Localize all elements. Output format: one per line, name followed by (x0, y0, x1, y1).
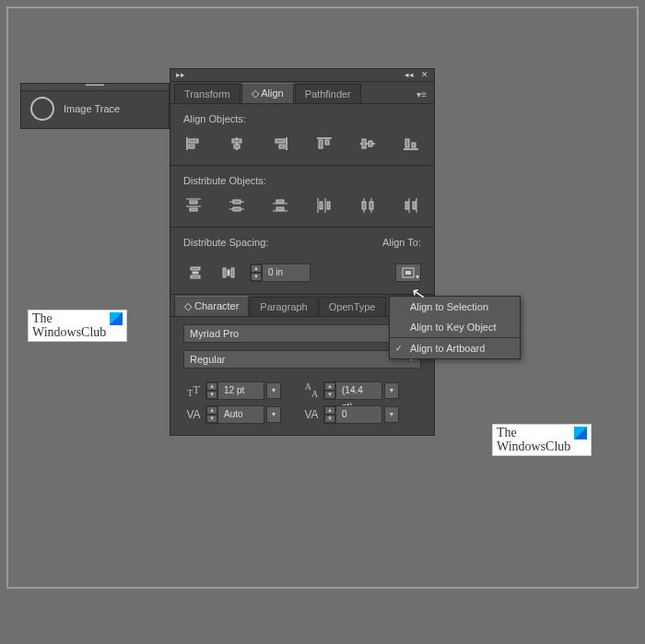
svg-rect-19 (190, 201, 197, 204)
align-bottom-icon[interactable] (402, 134, 421, 154)
align-character-panel: ▸▸ ◂◂ ✕ Transform ◇ Align Pathfinder ▾≡ … (170, 68, 435, 436)
watermark: The WindowsClub (28, 310, 127, 342)
distribute-objects-section: Distribute Objects: (170, 166, 434, 227)
svg-rect-44 (191, 275, 200, 278)
hdist-right-icon[interactable] (402, 195, 421, 216)
tab-opentype[interactable]: OpenType (319, 297, 386, 316)
spacing-value[interactable]: 0 in (262, 264, 310, 281)
align-tabs: Transform ◇ Align Pathfinder ▾≡ (170, 82, 434, 104)
leading-value[interactable]: (14.4 pt) (335, 382, 381, 399)
menu-align-artboard[interactable]: ✓ Align to Artboard (390, 338, 520, 358)
kerning-input[interactable]: ▲▼ Auto (205, 405, 264, 424)
leading-dropdown[interactable]: ▼ (384, 382, 399, 399)
svg-rect-13 (362, 139, 366, 148)
font-size-value[interactable]: 12 pt (217, 382, 264, 399)
font-size-input[interactable]: ▲▼ 12 pt (205, 381, 264, 400)
vdist-bottom-icon[interactable] (271, 195, 290, 216)
svg-rect-25 (233, 207, 240, 211)
artboard-icon (402, 267, 415, 278)
svg-rect-47 (231, 268, 234, 277)
svg-rect-2 (189, 145, 194, 148)
tab-transform[interactable]: Transform (174, 84, 240, 103)
spacing-input[interactable]: ▲▼ 0 in (250, 263, 311, 282)
svg-rect-23 (233, 200, 240, 204)
close-icon[interactable]: ✕ (421, 70, 428, 79)
leading-input[interactable]: ▲▼ (14.4 pt) (323, 381, 382, 400)
align-vcenter-icon[interactable] (358, 134, 377, 154)
tracking-value[interactable]: 0 (335, 406, 381, 423)
collapse-icon[interactable]: ◂◂ (405, 70, 414, 79)
svg-rect-1 (189, 139, 198, 143)
align-right-icon[interactable] (271, 134, 290, 154)
font-family-select[interactable]: Myriad Pro ▼ (183, 324, 421, 343)
svg-rect-31 (320, 202, 322, 209)
kerning-value[interactable]: Auto (217, 406, 264, 423)
svg-rect-7 (276, 139, 285, 143)
svg-rect-46 (228, 270, 229, 275)
watermark-logo-icon (110, 312, 123, 325)
image-trace-panel: ╍╍╍╍ Image Trace (20, 83, 170, 129)
vdist-center-icon[interactable] (227, 195, 246, 216)
vdist-top-icon[interactable] (183, 195, 203, 216)
align-to-button[interactable] (395, 263, 421, 282)
svg-rect-4 (232, 139, 241, 143)
svg-rect-42 (191, 267, 200, 270)
font-style-value: Regular (190, 351, 226, 368)
align-left-icon[interactable] (183, 134, 203, 154)
svg-rect-39 (405, 202, 408, 209)
panel-grip[interactable]: ╍╍╍╍ (21, 84, 169, 91)
kerning-icon: VA (183, 408, 204, 421)
svg-rect-27 (276, 200, 284, 203)
tab-align[interactable]: ◇ Align (241, 83, 294, 103)
distribute-spacing-title: Distribute Spacing: (183, 237, 268, 248)
font-size-dropdown[interactable]: ▼ (266, 382, 281, 399)
watermark-logo-icon (574, 427, 587, 439)
font-family-value: Myriad Pro (190, 325, 239, 342)
image-trace-icon (30, 97, 54, 121)
panel-menu-icon[interactable]: ▾≡ (413, 86, 430, 103)
svg-rect-33 (327, 202, 330, 209)
svg-rect-8 (279, 145, 285, 148)
menu-align-key-object[interactable]: Align to Key Object (390, 317, 520, 337)
panel-topbar: ▸▸ ◂◂ ✕ (170, 69, 434, 82)
check-icon: ✓ (395, 344, 403, 353)
tracking-dropdown[interactable]: ▼ (384, 406, 399, 423)
svg-rect-45 (223, 268, 226, 277)
align-objects-section: Align Objects: (170, 104, 434, 165)
svg-rect-17 (412, 143, 416, 147)
leading-icon: AA (301, 381, 322, 399)
font-size-icon: TT (183, 383, 204, 398)
svg-rect-49 (405, 271, 411, 275)
image-trace-label[interactable]: Image Trace (64, 103, 120, 114)
hdist-left-icon[interactable] (314, 195, 334, 216)
distribute-objects-title: Distribute Objects: (183, 175, 421, 186)
svg-rect-35 (362, 202, 366, 209)
svg-rect-10 (319, 140, 322, 148)
tab-character[interactable]: ◇ Character (174, 296, 249, 316)
link-icon: ◇ (184, 300, 192, 311)
tracking-input[interactable]: ▲▼ 0 (323, 405, 382, 424)
tracking-icon: VA (301, 408, 322, 421)
align-to-menu: Align to Selection Align to Key Object ✓… (389, 296, 521, 359)
vdist-space-icon[interactable] (183, 263, 207, 283)
hdist-center-icon[interactable] (358, 195, 377, 216)
svg-rect-41 (413, 202, 416, 209)
link-icon: ◇ (252, 88, 259, 99)
hdist-space-icon[interactable] (217, 263, 240, 283)
svg-rect-43 (193, 272, 198, 274)
tab-paragraph[interactable]: Paragraph (250, 297, 317, 316)
kerning-dropdown[interactable]: ▼ (266, 406, 281, 423)
svg-rect-5 (234, 145, 240, 148)
font-style-select[interactable]: Regular ▼ (183, 350, 421, 369)
expand-icon[interactable]: ▸▸ (176, 70, 185, 80)
svg-rect-37 (369, 202, 373, 209)
svg-rect-14 (369, 141, 372, 146)
tab-label: Align (261, 88, 283, 99)
svg-rect-16 (405, 139, 409, 147)
align-to-title: Align To: (382, 237, 421, 248)
align-top-icon[interactable] (314, 134, 334, 154)
tab-pathfinder[interactable]: Pathfinder (295, 84, 361, 103)
svg-rect-29 (276, 207, 284, 210)
align-hcenter-icon[interactable] (227, 134, 246, 154)
menu-align-selection[interactable]: Align to Selection (390, 297, 520, 317)
